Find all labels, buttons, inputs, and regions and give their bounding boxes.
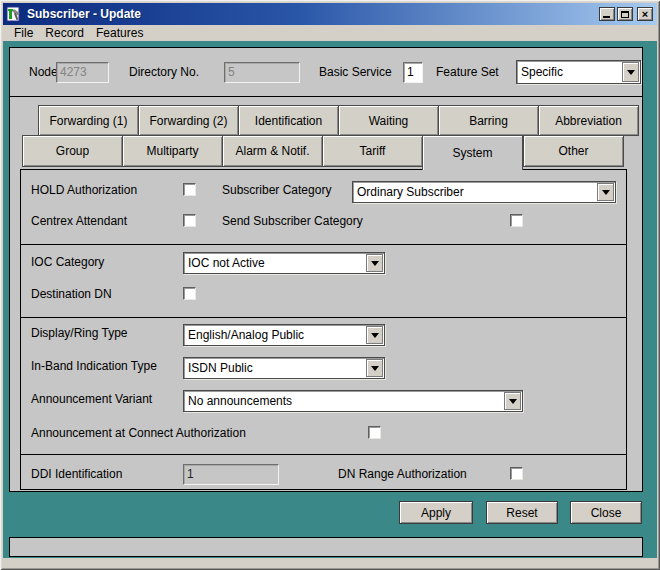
maximize-button[interactable]: [617, 7, 633, 21]
chevron-down-icon: [371, 261, 379, 266]
announcement-variant-label: Announcement Variant: [31, 392, 152, 406]
section-ioc: IOC Category IOC not Active Destination …: [21, 244, 626, 317]
client-area: Node 4273 Directory No. 5 Basic Service …: [3, 41, 657, 558]
announcement-variant-dropdown[interactable]: No announcements: [183, 390, 523, 412]
minimize-icon: [603, 16, 610, 18]
dn-range-authorization-checkbox[interactable]: [510, 467, 523, 480]
feature-set-dropdown[interactable]: Specific: [516, 60, 641, 84]
tab-label: Forwarding (2): [149, 114, 227, 128]
close-button[interactable]: ×: [637, 7, 653, 21]
tab-label: System: [452, 146, 492, 160]
tab-forwarding-2[interactable]: Forwarding (2): [138, 105, 239, 136]
menu-features[interactable]: Features: [90, 26, 149, 40]
window-controls: ×: [597, 7, 653, 21]
hold-authorization-label: HOLD Authorization: [31, 183, 137, 197]
basic-service-label: Basic Service: [319, 65, 392, 79]
tab-identification[interactable]: Identification: [238, 105, 339, 136]
ioc-category-dropdown-button[interactable]: [366, 254, 383, 272]
header-panel: Node 4273 Directory No. 5 Basic Service …: [9, 47, 643, 97]
announcement-connect-checkbox[interactable]: [368, 426, 381, 439]
tab-waiting[interactable]: Waiting: [338, 105, 439, 136]
hold-authorization-checkbox[interactable]: [183, 183, 196, 196]
display-ring-type-dropdown[interactable]: English/Analog Public: [183, 324, 385, 346]
chevron-down-icon: [627, 70, 635, 75]
tab-label: Abbreviation: [555, 114, 622, 128]
announcement-connect-label: Announcement at Connect Authorization: [31, 426, 246, 440]
ioc-category-value: IOC not Active: [188, 256, 265, 270]
ioc-category-dropdown[interactable]: IOC not Active: [183, 252, 385, 274]
tab-label: Tariff: [360, 144, 386, 158]
tab-label: Alarm & Notif.: [235, 144, 309, 158]
close-button-label: Close: [591, 506, 622, 520]
feature-set-value: Specific: [521, 65, 563, 79]
ddi-identification-field[interactable]: 1: [183, 464, 279, 485]
subscriber-category-dropdown[interactable]: Ordinary Subscriber: [352, 181, 616, 203]
directory-no-label: Directory No.: [129, 65, 199, 79]
title-bar[interactable]: Subscriber - Update ×: [3, 3, 657, 25]
window-title: Subscriber - Update: [27, 7, 141, 21]
close-dialog-button[interactable]: Close: [570, 501, 642, 524]
directory-no-field: 5: [224, 62, 300, 83]
display-ring-type-dropdown-button[interactable]: [366, 326, 383, 344]
section-subscriber: HOLD Authorization Subscriber Category O…: [21, 170, 626, 244]
display-ring-type-value: English/Analog Public: [188, 328, 304, 342]
close-icon: ×: [642, 9, 648, 19]
menu-record[interactable]: Record: [39, 26, 90, 40]
section-ddi: DDI Identification 1 DN Range Authorizat…: [21, 454, 626, 489]
chevron-down-icon: [509, 399, 517, 404]
node-field: 4273: [56, 62, 109, 83]
subscriber-category-label: Subscriber Category: [222, 183, 331, 197]
chevron-down-icon: [371, 366, 379, 371]
send-subscriber-category-checkbox[interactable]: [510, 214, 523, 227]
app-icon: [6, 6, 22, 22]
dn-range-authorization-label: DN Range Authorization: [338, 467, 467, 481]
tab-abbreviation[interactable]: Abbreviation: [538, 105, 639, 136]
tab-barring[interactable]: Barring: [438, 105, 539, 136]
maximize-icon: [621, 11, 629, 18]
apply-button-label: Apply: [421, 506, 451, 520]
chevron-down-icon: [602, 190, 610, 195]
node-label: Node: [29, 65, 58, 79]
centrex-attendant-label: Centrex Attendant: [31, 214, 127, 228]
tab-system[interactable]: System: [422, 135, 523, 170]
menu-file[interactable]: File: [8, 26, 39, 40]
reset-button[interactable]: Reset: [486, 501, 558, 524]
display-ring-type-label: Display/Ring Type: [31, 326, 128, 340]
chevron-down-icon: [371, 333, 379, 338]
tab-alarm-notif[interactable]: Alarm & Notif.: [222, 135, 323, 167]
tab-label: Group: [56, 144, 89, 158]
apply-button[interactable]: Apply: [399, 501, 473, 524]
inband-indication-type-label: In-Band Indication Type: [31, 359, 157, 373]
tab-label: Waiting: [369, 114, 409, 128]
basic-service-field[interactable]: 1: [403, 62, 423, 83]
minimize-button[interactable]: [599, 7, 615, 21]
subscriber-category-dropdown-button[interactable]: [597, 183, 614, 201]
send-subscriber-category-label: Send Subscriber Category: [222, 214, 363, 228]
tab-label: Forwarding (1): [49, 114, 127, 128]
inband-indication-type-dropdown-button[interactable]: [366, 359, 383, 377]
tab-other[interactable]: Other: [523, 135, 624, 167]
ddi-identification-label: DDI Identification: [31, 467, 122, 481]
tab-forwarding-1[interactable]: Forwarding (1): [38, 105, 139, 136]
destination-dn-label: Destination DN: [31, 287, 112, 301]
system-tab-content: HOLD Authorization Subscriber Category O…: [20, 169, 627, 490]
tab-multiparty[interactable]: Multiparty: [122, 135, 223, 167]
feature-set-dropdown-button[interactable]: [622, 62, 639, 82]
subscriber-update-window: Subscriber - Update × File Record Featur…: [0, 0, 660, 570]
feature-set-label: Feature Set: [436, 65, 499, 79]
centrex-attendant-checkbox[interactable]: [183, 214, 196, 227]
tab-label: Other: [558, 144, 588, 158]
announcement-variant-dropdown-button[interactable]: [504, 392, 521, 410]
inband-indication-type-dropdown[interactable]: ISDN Public: [183, 357, 385, 379]
status-bar: [9, 537, 643, 557]
menu-bar: File Record Features: [3, 25, 657, 41]
reset-button-label: Reset: [506, 506, 537, 520]
tab-label: Identification: [255, 114, 322, 128]
inband-indication-type-value: ISDN Public: [188, 361, 253, 375]
tab-label: Multiparty: [146, 144, 198, 158]
tab-group[interactable]: Group: [22, 135, 123, 167]
destination-dn-checkbox[interactable]: [183, 287, 196, 300]
announcement-variant-value: No announcements: [188, 394, 292, 408]
ioc-category-label: IOC Category: [31, 255, 104, 269]
tab-tariff[interactable]: Tariff: [322, 135, 423, 167]
